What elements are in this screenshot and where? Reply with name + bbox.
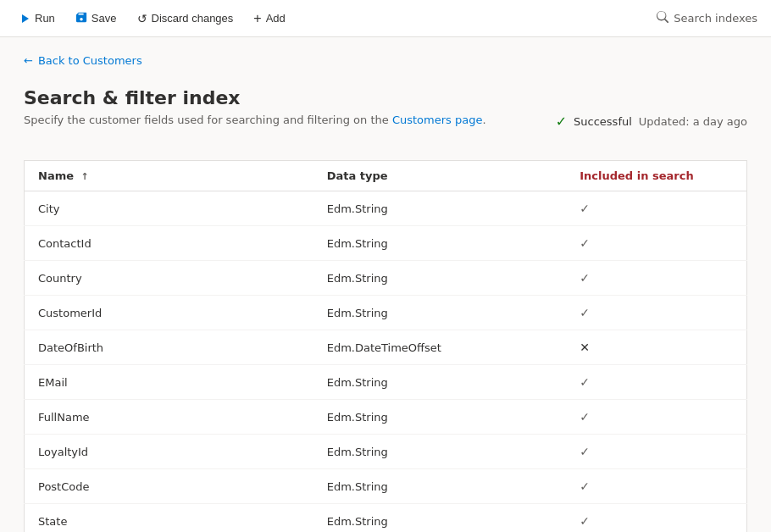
toolbar: Run Save ↺ Discard changes + Add Search …	[0, 0, 771, 37]
save-label: Save	[92, 12, 117, 25]
save-icon	[75, 11, 87, 25]
add-label: Add	[266, 12, 286, 25]
cell-datatype: Edm.String	[313, 504, 567, 533]
table-row[interactable]: PostCodeEdm.String✓	[25, 469, 747, 504]
discard-changes-button[interactable]: ↺ Discard changes	[129, 7, 242, 30]
cell-name: DateOfBirth	[25, 330, 313, 365]
cell-name: FullName	[25, 400, 313, 435]
cell-datatype: Edm.String	[313, 296, 567, 330]
table-row[interactable]: FullNameEdm.String✓	[25, 400, 747, 435]
add-button[interactable]: + Add	[245, 6, 293, 31]
back-link[interactable]: ← Back to Customers	[24, 54, 747, 67]
success-icon: ✓	[556, 114, 567, 130]
cell-datatype: Edm.String	[313, 400, 567, 435]
table-row[interactable]: CountryEdm.String✓	[25, 261, 747, 296]
cell-name: Country	[25, 261, 313, 296]
run-icon	[22, 14, 29, 23]
cell-datatype: Edm.String	[313, 191, 567, 226]
customers-link[interactable]: Customers page	[392, 114, 483, 126]
discard-icon: ↺	[137, 12, 147, 25]
cell-datatype: Edm.String	[313, 261, 567, 296]
check-icon: ✓	[580, 202, 590, 215]
cell-included: ✓	[566, 504, 746, 533]
col-header-datatype[interactable]: Data type	[313, 161, 567, 191]
cell-datatype: Edm.String	[313, 469, 567, 504]
table-row[interactable]: EMailEdm.String✓	[25, 365, 747, 400]
back-link-label: Back to Customers	[38, 54, 142, 67]
cell-name: LoyaltyId	[25, 435, 313, 469]
main-content: ← Back to Customers Search & filter inde…	[0, 37, 771, 532]
cell-datatype: Edm.DateTimeOffset	[313, 330, 567, 365]
search-area[interactable]: Search indexes	[657, 11, 757, 25]
col-header-included[interactable]: Included in search	[566, 161, 746, 191]
status-text: Successful	[574, 115, 632, 128]
cell-datatype: Edm.String	[313, 435, 567, 469]
search-icon	[657, 11, 668, 25]
cell-included: ✓	[566, 226, 746, 261]
check-icon: ✓	[580, 514, 590, 528]
back-arrow-icon: ←	[24, 54, 33, 67]
add-icon: +	[253, 11, 261, 26]
table-row[interactable]: ContactIdEdm.String✓	[25, 226, 747, 261]
cell-included: ✓	[566, 261, 746, 296]
cell-name: State	[25, 504, 313, 533]
search-indexes-label: Search indexes	[674, 12, 757, 25]
cell-name: City	[25, 191, 313, 226]
check-icon: ✓	[580, 306, 590, 319]
table-row[interactable]: DateOfBirthEdm.DateTimeOffset✕	[25, 330, 747, 365]
cell-included: ✓	[566, 365, 746, 400]
cell-included: ✓	[566, 191, 746, 226]
cell-name: EMail	[25, 365, 313, 400]
cell-name: CustomerId	[25, 296, 313, 330]
check-icon: ✓	[580, 410, 590, 424]
page-subtitle: Specify the customer fields used for sea…	[24, 114, 486, 126]
check-icon: ✓	[580, 375, 590, 389]
cell-included: ✓	[566, 296, 746, 330]
run-button[interactable]: Run	[14, 7, 64, 30]
search-filter-table: Name ↑ Data type Included in search City…	[24, 160, 747, 532]
cell-included: ✕	[566, 330, 746, 365]
cell-name: PostCode	[25, 469, 313, 504]
updated-text: Updated: a day ago	[639, 115, 747, 128]
table-header-row: Name ↑ Data type Included in search	[25, 161, 747, 191]
status-row: ✓ Successful Updated: a day ago	[556, 114, 747, 130]
check-icon: ✓	[580, 236, 590, 250]
page-title: Search & filter index	[24, 87, 747, 108]
table-row[interactable]: CustomerIdEdm.String✓	[25, 296, 747, 330]
table-row[interactable]: CityEdm.String✓	[25, 191, 747, 226]
save-button[interactable]: Save	[67, 6, 125, 30]
table-row[interactable]: LoyaltyIdEdm.String✓	[25, 435, 747, 469]
cell-datatype: Edm.String	[313, 226, 567, 261]
cell-datatype: Edm.String	[313, 365, 567, 400]
table-row[interactable]: StateEdm.String✓	[25, 504, 747, 533]
discard-label: Discard changes	[152, 12, 234, 25]
x-icon: ✕	[580, 341, 590, 354]
run-label: Run	[35, 12, 55, 25]
cell-included: ✓	[566, 435, 746, 469]
check-icon: ✓	[580, 271, 590, 285]
check-icon: ✓	[580, 479, 590, 493]
cell-included: ✓	[566, 400, 746, 435]
check-icon: ✓	[580, 445, 590, 458]
cell-name: ContactId	[25, 226, 313, 261]
cell-included: ✓	[566, 469, 746, 504]
sort-icon: ↑	[81, 171, 89, 182]
col-header-name[interactable]: Name ↑	[25, 161, 313, 191]
